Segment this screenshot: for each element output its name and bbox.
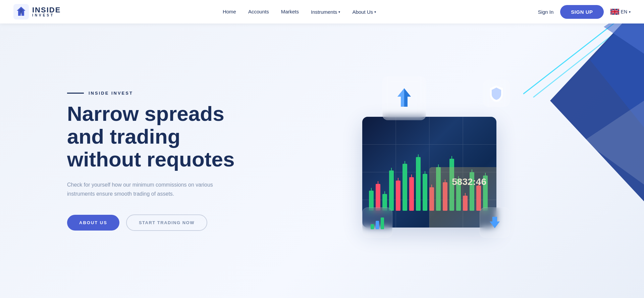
hero-buttons: ABOUT US START TRADING NOW (67, 214, 235, 231)
float-card-arrow-down (480, 207, 510, 238)
nav-item-home[interactable]: Home (223, 9, 236, 15)
svg-rect-55 (381, 217, 384, 229)
svg-marker-7 (584, 101, 644, 185)
hero-label: INSIDE INVEST (67, 91, 235, 96)
nav-links: Home Accounts Markets Instruments ▾ Abou… (223, 9, 376, 15)
hero-title: Narrow spreads and trading without requo… (67, 102, 235, 171)
svg-rect-54 (376, 221, 379, 229)
svg-marker-52 (397, 88, 404, 107)
float-card-bars (362, 207, 392, 238)
about-chevron-icon: ▾ (374, 10, 376, 14)
logo-text: INSIDE INVEST (32, 6, 61, 17)
hero-content: INSIDE INVEST Narrow spreads and trading… (0, 91, 235, 231)
svg-marker-51 (404, 88, 411, 107)
hero-section: INSIDE INVEST Narrow spreads and trading… (0, 0, 644, 298)
shield-icon (489, 85, 504, 102)
bar-chart-icon (369, 214, 386, 231)
hero-subtitle: Check for yourself how our minimum commi… (67, 180, 235, 198)
hero-visual: 5832:46 (362, 77, 503, 228)
hero-label-text: INSIDE INVEST (89, 91, 133, 96)
deco-triangles (523, 0, 644, 268)
lang-chevron-icon: ▾ (629, 10, 631, 14)
signup-button[interactable]: SIGN UP (560, 5, 603, 19)
svg-marker-56 (490, 217, 500, 228)
float-card-arrow-up (382, 77, 426, 120)
logo-icon (13, 4, 29, 19)
arrow-up-3d-icon (392, 87, 416, 110)
lang-label: EN (621, 9, 627, 14)
start-trading-button[interactable]: START TRADING NOW (126, 214, 207, 231)
nav-item-markets[interactable]: Markets (281, 9, 299, 15)
float-card-shield (483, 80, 510, 107)
nav-item-instruments[interactable]: Instruments ▾ (311, 9, 340, 15)
nav-right: Sign In SIGN UP EN ▾ (538, 5, 631, 19)
navbar: INSIDE INVEST Home Accounts Markets Inst… (0, 0, 644, 23)
arrow-down-icon (487, 215, 502, 230)
nav-item-about[interactable]: About Us ▾ (352, 9, 376, 15)
flag-icon (610, 9, 619, 15)
hero-label-line (67, 93, 84, 94)
instruments-chevron-icon: ▾ (338, 10, 340, 14)
signin-link[interactable]: Sign In (538, 9, 554, 15)
about-us-button[interactable]: ABOUT US (67, 215, 119, 231)
svg-marker-4 (550, 0, 644, 201)
logo[interactable]: INSIDE INVEST (13, 4, 61, 19)
svg-rect-53 (371, 224, 374, 229)
nav-item-accounts[interactable]: Accounts (248, 9, 269, 15)
lang-selector[interactable]: EN ▾ (610, 9, 631, 15)
